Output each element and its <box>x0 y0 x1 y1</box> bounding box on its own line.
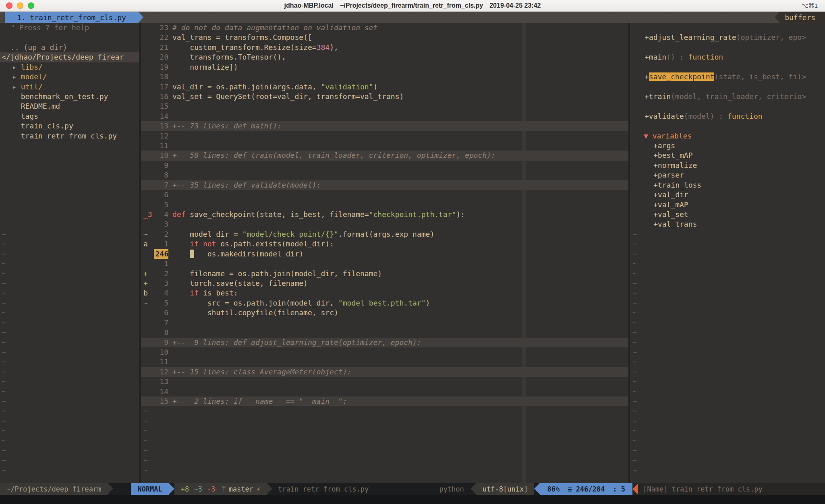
buffers-label-segment[interactable]: buffers <box>780 12 825 23</box>
code-line[interactable]: 5 <box>141 200 628 210</box>
code-line[interactable]: +3 torch.save(state, filename) <box>141 279 628 288</box>
filler-tilde: ~ <box>630 288 825 298</box>
tag-item[interactable]: +val_dir <box>630 190 825 200</box>
vertical-split-separator[interactable] <box>139 23 141 483</box>
tag-item[interactable]: +val_mAP <box>630 200 825 210</box>
tree-item[interactable]: ▸ model/ <box>0 72 139 82</box>
tag-item[interactable]: +normalize <box>630 161 825 170</box>
tree-item[interactable]: .. (up a dir) <box>0 43 139 52</box>
traffic-lights <box>0 2 34 9</box>
powerline-arrow-icon <box>775 12 780 23</box>
code-line[interactable]: 11 <box>141 141 628 151</box>
code-line[interactable]: 7 <box>141 318 628 328</box>
code-line[interactable]: 12 <box>141 131 628 141</box>
tag-item[interactable]: +val_trans <box>630 219 825 229</box>
tree-item[interactable]: " Press ? for help <box>0 23 139 33</box>
folded-code-line[interactable]: 10+-- 50 lines: def train(model, train_l… <box>141 151 628 160</box>
blank-line: ~ <box>141 465 628 475</box>
tag-item[interactable]: ▼ variables <box>630 131 825 141</box>
token: transforms.ToTensor(), <box>172 53 286 61</box>
tree-item[interactable]: </jdhao/Projects/deep_firear <box>0 52 139 62</box>
code-line[interactable]: 22val_trans = transforms.Compose([ <box>141 33 628 42</box>
code-line[interactable]: ~2 model_dir = "model/check_point/{}".fo… <box>141 229 628 239</box>
code-line[interactable]: 17val_dir = os.path.join(args.data, "val… <box>141 82 628 92</box>
tree-item[interactable]: ▸ libs/ <box>0 62 139 72</box>
editor-pane[interactable]: 23# do not do data augmentation on valid… <box>141 23 628 483</box>
code-text: os.makedirs(model_dir) <box>168 249 628 259</box>
tag-item[interactable]: +args <box>630 141 825 151</box>
code-line[interactable]: 16val_set = QuerySet(root=val_dir, trans… <box>141 92 628 101</box>
tag-item[interactable]: +train(model, train_loader, criterio> <box>630 92 825 101</box>
code-line[interactable]: 15 <box>141 101 628 111</box>
zoom-button[interactable] <box>28 2 34 9</box>
tag-item[interactable]: +best_mAP <box>630 151 825 160</box>
code-line[interactable]: 20 transforms.ToTensor(), <box>141 52 628 62</box>
gutter-sign <box>141 161 154 170</box>
code-line[interactable]: 246 os.makedirs(model_dir) <box>141 249 628 259</box>
tag-item[interactable]: +train_loss <box>630 180 825 190</box>
code-line[interactable]: 19 normalize]) <box>141 62 628 72</box>
code-line[interactable]: 14 <box>141 112 628 121</box>
code-line[interactable]: a1 if not os.path.exists(model_dir): <box>141 239 628 249</box>
filler-tilde: ~ <box>0 269 139 279</box>
tag-item[interactable]: +val_set <box>630 210 825 219</box>
close-button[interactable] <box>6 2 12 9</box>
statusbar-percent: 86% <box>547 485 560 493</box>
code-line[interactable]: 10 <box>141 347 628 357</box>
code-line[interactable]: 23# do not do data augmentation on valid… <box>141 23 628 33</box>
code-line[interactable]: 6 shutil.copyfile(filename, src) <box>141 308 628 318</box>
code-line[interactable]: 1 <box>141 259 628 269</box>
tag-item[interactable]: +save_checkpoint(state, is_best, fil> <box>630 72 825 82</box>
code-line[interactable]: 9 <box>141 161 628 170</box>
code-line[interactable]: ~5 src = os.path.join(model_dir, "model_… <box>141 298 628 308</box>
tree-item[interactable]: README.md <box>0 101 139 111</box>
code-line[interactable]: _34def save_checkpoint(state, is_best, f… <box>141 210 628 219</box>
code-line[interactable]: 14 <box>141 387 628 397</box>
code-line[interactable]: 8 <box>141 328 628 337</box>
code-line[interactable]: 3 <box>141 219 628 229</box>
code-line[interactable]: 11 <box>141 357 628 367</box>
tab-active[interactable]: 1. train_retr_from_cls.py <box>5 12 138 23</box>
token <box>190 250 194 258</box>
code-line[interactable]: 6 <box>141 190 628 200</box>
tree-item[interactable]: benchmark_on_test.py <box>0 92 139 101</box>
vim-command-line[interactable] <box>0 495 825 504</box>
vertical-split-separator[interactable] <box>628 23 630 483</box>
token: +-- 9 lines: def adjust_learning_rate(op… <box>172 338 421 347</box>
minimize-button[interactable] <box>17 2 23 9</box>
blank-line <box>0 161 139 170</box>
tree-item[interactable]: train_cls.py <box>0 121 139 131</box>
line-number: 20 <box>154 52 168 62</box>
token: "validation" <box>321 83 373 91</box>
code-line[interactable]: 13 <box>141 377 628 386</box>
code-text <box>168 406 628 416</box>
token: val_trans = transforms.Compose([ <box>172 33 312 41</box>
folded-code-line[interactable]: 13+-- 73 lines: def main(): <box>141 121 628 131</box>
token: "model/check_point/{}" <box>242 230 338 238</box>
tree-item[interactable]: train_retr_from_cls.py <box>0 131 139 141</box>
token: + <box>645 72 649 81</box>
code-line[interactable]: b4 if is_best: <box>141 288 628 298</box>
code-text: def save_checkpoint(state, is_best, file… <box>168 210 628 219</box>
statusbar-spacer <box>369 483 439 495</box>
folded-code-line[interactable]: 9+-- 9 lines: def adjust_learning_rate(o… <box>141 338 628 347</box>
code-line[interactable]: 18 <box>141 72 628 82</box>
code-line[interactable]: 8 <box>141 170 628 180</box>
tree-item[interactable]: ▸ util/ <box>0 82 139 92</box>
code-line[interactable]: 21 custom_transform.Resize(size=384), <box>141 43 628 52</box>
tag-item[interactable]: +main() : function <box>630 52 825 62</box>
folded-code-line[interactable]: 7+-- 35 lines: def validate(model): <box>141 180 628 190</box>
code-line[interactable]: +2 filename = os.path.join(model_dir, fi… <box>141 269 628 279</box>
tree-item[interactable]: tags <box>0 112 139 121</box>
line-number <box>154 406 168 416</box>
token: +val_set <box>653 210 688 219</box>
tag-item[interactable]: +validate(model) : function <box>630 112 825 121</box>
folded-code-line[interactable]: 15+-- 2 lines: if __name__ == "__main__"… <box>141 397 628 406</box>
tagbar-pane[interactable]: +adjust_learning_rate(optimizer, epo>+ma… <box>630 23 825 483</box>
code-text <box>168 426 628 436</box>
folded-code-line[interactable]: 12+-- 15 lines: class AverageMeter(objec… <box>141 367 628 377</box>
tag-item[interactable]: +adjust_learning_rate(optimizer, epo> <box>630 33 825 42</box>
nerdtree-pane[interactable]: " Press ? for help.. (up a dir)</jdhao/P… <box>0 23 139 483</box>
tag-item[interactable]: +parser <box>630 170 825 180</box>
line-number: 19 <box>154 62 168 72</box>
